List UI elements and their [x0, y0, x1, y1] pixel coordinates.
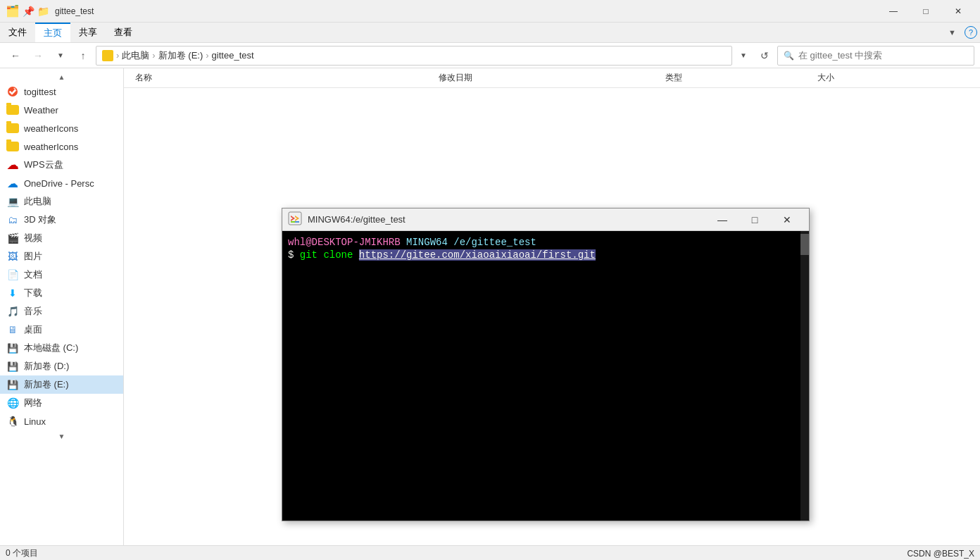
path-folder: gittee_test [212, 50, 254, 61]
title-bar: 🗂️ 📌 📁 gittee_test — □ ✕ [0, 0, 980, 23]
path-drive: 新加卷 (E:) [158, 49, 203, 62]
path-sep1: › [152, 50, 155, 61]
terminal-path: MINGW64 /e/gittee_test [406, 237, 536, 248]
sidebar-item-downloads[interactable]: ⬇ 下载 [0, 284, 123, 302]
svg-marker-5 [295, 221, 299, 223]
sidebar-item-weathericons1[interactable]: weatherIcons [0, 119, 123, 137]
terminal-scrollbar-thumb[interactable] [800, 234, 809, 255]
sidebar-item-desktop[interactable]: 🖥 桌面 [0, 321, 123, 339]
svg-marker-3 [295, 216, 299, 221]
recent-button[interactable]: ▼ [51, 46, 70, 66]
status-right-text: CSDN @BEST_X [907, 549, 974, 559]
sidebar-item-wps[interactable]: ☁ WPS云盘 [0, 156, 123, 174]
thispc-icon: 💻 [6, 194, 20, 209]
sidebar-item-weather-label: Weather [24, 105, 58, 116]
sidebar-item-ddrive-label: 新加卷 (D:) [24, 360, 69, 373]
desktop-icon: 🖥 [6, 323, 20, 337]
tab-share[interactable]: 共享 [70, 23, 106, 42]
col-header-name[interactable]: 名称 [135, 72, 439, 84]
ddrive-icon: 💾 [6, 359, 20, 373]
sidebar-item-3d-label: 3D 对象 [24, 213, 56, 226]
sidebar-scroll-up[interactable]: ▲ [0, 71, 123, 82]
sidebar-item-thispc[interactable]: 💻 此电脑 [0, 192, 123, 211]
terminal-scrollbar[interactable] [800, 231, 809, 521]
path-arrow: › [116, 50, 119, 61]
status-item-count: 0 个项目 [6, 547, 38, 559]
sidebar-scroll-down[interactable]: ▼ [0, 430, 123, 442]
terminal-close[interactable]: ✕ [771, 209, 803, 231]
tab-view[interactable]: 查看 [106, 23, 141, 42]
terminal-prompt: $ [288, 249, 294, 261]
col-header-date[interactable]: 修改日期 [439, 72, 666, 84]
3d-icon: 🗂 [6, 213, 20, 227]
close-button[interactable]: ✕ [942, 0, 974, 23]
sidebar: ▲ togittest Weather weatherIcons [0, 68, 124, 545]
sidebar-item-togittest[interactable]: togittest [0, 82, 123, 101]
sidebar-item-weathericons1-label: weatherIcons [24, 123, 78, 134]
sidebar-item-images[interactable]: 🖼 图片 [0, 247, 123, 266]
terminal-maximize[interactable]: □ [739, 209, 771, 231]
sidebar-item-linux[interactable]: 🐧 Linux [0, 412, 123, 430]
minimize-button[interactable]: — [877, 0, 910, 23]
ribbon-help[interactable]: ? [965, 26, 977, 39]
up-button[interactable]: ↑ [73, 46, 93, 66]
ribbon-tabs: 文件 主页 共享 查看 ▼ ? [0, 23, 980, 42]
sidebar-item-network-label: 网络 [24, 397, 42, 409]
terminal-url: https://gitee.com/xiaoaixiaoai/first.git [359, 249, 596, 261]
title-bar-icons: 🗂️ 📌 📁 [6, 4, 49, 18]
address-bar: ← → ▼ ↑ › 此电脑 › 新加卷 (E:) › gittee_test ▼… [0, 43, 980, 68]
column-headers: 名称 修改日期 类型 大小 [124, 68, 980, 88]
sidebar-item-cdrive-label: 本地磁盘 (C:) [24, 342, 78, 354]
terminal-body[interactable]: whl@DESKTOP-JMIKHRB MINGW64 /e/gittee_te… [282, 231, 809, 521]
tab-home[interactable]: 主页 [35, 23, 70, 42]
sidebar-item-onedrive-label: OneDrive - Persc [24, 178, 94, 189]
address-path[interactable]: › 此电脑 › 新加卷 (E:) › gittee_test [96, 46, 732, 66]
terminal-title: MINGW64:/e/gittee_test [308, 214, 706, 225]
ribbon-expand[interactable]: ▼ [940, 25, 965, 39]
sidebar-item-docs-label: 文档 [24, 268, 42, 281]
sidebar-item-network[interactable]: 🌐 网络 [0, 394, 123, 412]
terminal-controls: — □ ✕ [706, 209, 803, 231]
sidebar-item-cdrive[interactable]: 💾 本地磁盘 (C:) [0, 339, 123, 357]
sidebar-item-weathericons2[interactable]: weatherIcons [0, 137, 123, 156]
path-sep2: › [206, 50, 208, 61]
images-icon: 🖼 [6, 249, 20, 263]
sidebar-item-togittest-label: togittest [24, 87, 56, 97]
terminal-minimize[interactable]: — [706, 209, 739, 231]
back-button[interactable]: ← [6, 46, 25, 66]
sidebar-item-weathericons2-label: weatherIcons [24, 142, 78, 152]
col-header-size[interactable]: 大小 [817, 72, 969, 84]
path-dropdown-button[interactable]: ▼ [735, 46, 752, 66]
sidebar-item-onedrive[interactable]: ☁ OneDrive - Persc [0, 174, 123, 192]
search-box[interactable]: 🔍 [777, 46, 974, 66]
sidebar-item-docs[interactable]: 📄 文档 [0, 266, 123, 284]
forward-button[interactable]: → [28, 46, 48, 66]
sidebar-item-video-label: 视频 [24, 232, 42, 244]
sidebar-item-edrive-label: 新加卷 (E:) [24, 378, 69, 391]
sidebar-item-edrive[interactable]: 💾 新加卷 (E:) [0, 375, 123, 394]
terminal-line1: whl@DESKTOP-JMIKHRB MINGW64 /e/gittee_te… [288, 237, 803, 248]
svg-point-0 [8, 87, 18, 97]
refresh-button[interactable]: ↺ [755, 46, 774, 66]
svg-marker-4 [291, 221, 295, 223]
col-header-type[interactable]: 类型 [665, 72, 817, 84]
path-folder-icon [102, 50, 113, 61]
sidebar-item-music[interactable]: 🎵 音乐 [0, 302, 123, 321]
search-input[interactable] [798, 50, 968, 61]
maximize-button[interactable]: □ [910, 0, 942, 23]
window-icon: 🗂️ [6, 4, 20, 18]
network-icon: 🌐 [6, 396, 20, 410]
cdrive-icon: 💾 [6, 341, 20, 355]
sidebar-item-3d[interactable]: 🗂 3D 对象 [0, 211, 123, 229]
onedrive-icon: ☁ [6, 176, 20, 190]
wps-icon: ☁ [6, 158, 20, 172]
video-icon: 🎬 [6, 231, 20, 245]
sidebar-item-video[interactable]: 🎬 视频 [0, 229, 123, 247]
sidebar-item-images-label: 图片 [24, 250, 42, 263]
downloads-icon: ⬇ [6, 286, 20, 300]
linux-icon: 🐧 [6, 414, 20, 428]
sidebar-item-weather[interactable]: Weather [0, 101, 123, 119]
tab-file[interactable]: 文件 [0, 23, 35, 42]
terminal-window: MINGW64:/e/gittee_test — □ ✕ whl@DESKTOP… [282, 208, 810, 521]
sidebar-item-ddrive[interactable]: 💾 新加卷 (D:) [0, 357, 123, 375]
